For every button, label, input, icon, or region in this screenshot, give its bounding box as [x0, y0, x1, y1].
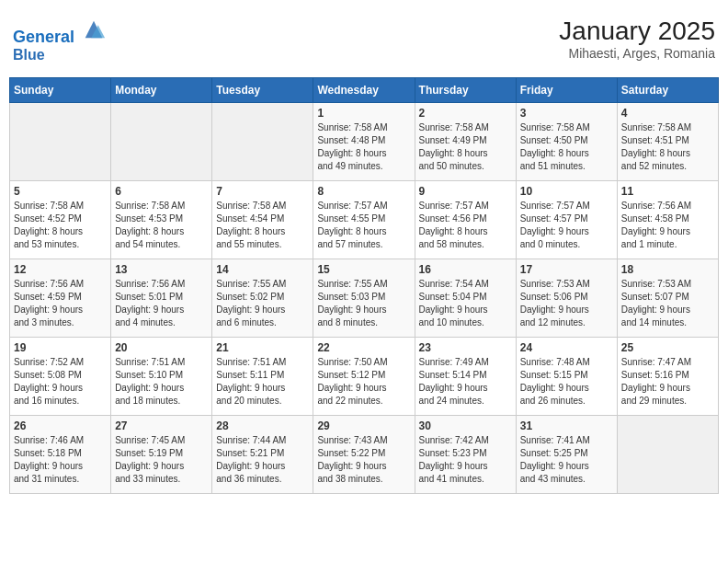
day-cell: 14Sunrise: 7:55 AM Sunset: 5:02 PM Dayli… — [212, 259, 313, 338]
day-cell: 19Sunrise: 7:52 AM Sunset: 5:08 PM Dayli… — [10, 338, 111, 416]
day-info: Sunrise: 7:41 AM Sunset: 5:25 PM Dayligh… — [520, 434, 613, 486]
day-info: Sunrise: 7:44 AM Sunset: 5:21 PM Dayligh… — [216, 434, 309, 486]
day-number: 27 — [115, 419, 208, 432]
day-number: 10 — [520, 185, 613, 198]
logo-icon — [81, 17, 107, 42]
logo-blue: Blue — [13, 47, 107, 63]
day-cell: 3Sunrise: 7:58 AM Sunset: 4:50 PM Daylig… — [516, 103, 617, 181]
day-info: Sunrise: 7:56 AM Sunset: 4:59 PM Dayligh… — [14, 278, 107, 329]
day-info: Sunrise: 7:53 AM Sunset: 5:06 PM Dayligh… — [520, 278, 613, 329]
day-number: 19 — [14, 341, 107, 354]
day-info: Sunrise: 7:54 AM Sunset: 5:04 PM Dayligh… — [419, 278, 512, 329]
page-header: General Blue January 2025 Mihaesti, Arge… — [9, 9, 719, 70]
day-cell: 16Sunrise: 7:54 AM Sunset: 5:04 PM Dayli… — [415, 259, 516, 338]
day-info: Sunrise: 7:56 AM Sunset: 5:01 PM Dayligh… — [115, 278, 208, 329]
day-cell: 30Sunrise: 7:42 AM Sunset: 5:23 PM Dayli… — [415, 416, 516, 494]
day-info: Sunrise: 7:42 AM Sunset: 5:23 PM Dayligh… — [419, 434, 512, 486]
day-number: 25 — [621, 341, 714, 354]
day-cell: 13Sunrise: 7:56 AM Sunset: 5:01 PM Dayli… — [111, 259, 212, 338]
day-info: Sunrise: 7:52 AM Sunset: 5:08 PM Dayligh… — [14, 356, 107, 408]
weekday-header-friday: Friday — [516, 78, 617, 103]
day-cell — [212, 103, 313, 181]
day-cell: 9Sunrise: 7:57 AM Sunset: 4:56 PM Daylig… — [415, 181, 516, 259]
day-number: 18 — [621, 263, 714, 276]
day-info: Sunrise: 7:58 AM Sunset: 4:48 PM Dayligh… — [317, 121, 410, 173]
day-info: Sunrise: 7:48 AM Sunset: 5:15 PM Dayligh… — [520, 356, 613, 408]
day-cell: 11Sunrise: 7:56 AM Sunset: 4:58 PM Dayli… — [617, 181, 718, 259]
day-info: Sunrise: 7:46 AM Sunset: 5:18 PM Dayligh… — [14, 434, 107, 486]
day-number: 28 — [216, 419, 309, 432]
logo-general: General — [13, 28, 74, 46]
day-number: 29 — [317, 419, 410, 432]
day-number: 31 — [520, 419, 613, 432]
day-info: Sunrise: 7:58 AM Sunset: 4:51 PM Dayligh… — [621, 121, 714, 173]
day-number: 15 — [317, 263, 410, 276]
day-info: Sunrise: 7:57 AM Sunset: 4:55 PM Dayligh… — [317, 200, 410, 251]
day-number: 13 — [115, 263, 208, 276]
day-number: 4 — [621, 107, 714, 120]
day-info: Sunrise: 7:50 AM Sunset: 5:12 PM Dayligh… — [317, 356, 410, 408]
day-info: Sunrise: 7:55 AM Sunset: 5:02 PM Dayligh… — [216, 278, 309, 329]
week-row-4: 19Sunrise: 7:52 AM Sunset: 5:08 PM Dayli… — [10, 338, 719, 416]
day-cell: 8Sunrise: 7:57 AM Sunset: 4:55 PM Daylig… — [313, 181, 415, 259]
day-info: Sunrise: 7:58 AM Sunset: 4:50 PM Dayligh… — [520, 121, 613, 173]
day-cell — [617, 416, 718, 494]
logo: General Blue — [13, 17, 107, 63]
day-cell: 10Sunrise: 7:57 AM Sunset: 4:57 PM Dayli… — [516, 181, 617, 259]
day-info: Sunrise: 7:55 AM Sunset: 5:03 PM Dayligh… — [317, 278, 410, 329]
location-subtitle: Mihaesti, Arges, Romania — [559, 46, 715, 61]
day-number: 14 — [216, 263, 309, 276]
day-cell — [10, 103, 111, 181]
day-cell: 29Sunrise: 7:43 AM Sunset: 5:22 PM Dayli… — [313, 416, 415, 494]
day-cell: 18Sunrise: 7:53 AM Sunset: 5:07 PM Dayli… — [617, 259, 718, 338]
day-number: 12 — [14, 263, 107, 276]
day-cell: 4Sunrise: 7:58 AM Sunset: 4:51 PM Daylig… — [617, 103, 718, 181]
day-number: 8 — [317, 185, 410, 198]
day-number: 3 — [520, 107, 613, 120]
day-cell: 6Sunrise: 7:58 AM Sunset: 4:53 PM Daylig… — [111, 181, 212, 259]
day-number: 26 — [14, 419, 107, 432]
week-row-5: 26Sunrise: 7:46 AM Sunset: 5:18 PM Dayli… — [10, 416, 719, 494]
day-cell: 25Sunrise: 7:47 AM Sunset: 5:16 PM Dayli… — [617, 338, 718, 416]
day-cell: 27Sunrise: 7:45 AM Sunset: 5:19 PM Dayli… — [111, 416, 212, 494]
day-info: Sunrise: 7:57 AM Sunset: 4:57 PM Dayligh… — [520, 200, 613, 251]
day-number: 9 — [419, 185, 512, 198]
weekday-header-thursday: Thursday — [415, 78, 516, 103]
day-number: 6 — [115, 185, 208, 198]
day-number: 5 — [14, 185, 107, 198]
day-info: Sunrise: 7:45 AM Sunset: 5:19 PM Dayligh… — [115, 434, 208, 486]
day-info: Sunrise: 7:49 AM Sunset: 5:14 PM Dayligh… — [419, 356, 512, 408]
day-number: 24 — [520, 341, 613, 354]
day-cell: 7Sunrise: 7:58 AM Sunset: 4:54 PM Daylig… — [212, 181, 313, 259]
day-cell: 31Sunrise: 7:41 AM Sunset: 5:25 PM Dayli… — [516, 416, 617, 494]
weekday-header-monday: Monday — [111, 78, 212, 103]
day-cell: 1Sunrise: 7:58 AM Sunset: 4:48 PM Daylig… — [313, 103, 415, 181]
day-number: 23 — [419, 341, 512, 354]
day-cell: 12Sunrise: 7:56 AM Sunset: 4:59 PM Dayli… — [10, 259, 111, 338]
day-cell: 5Sunrise: 7:58 AM Sunset: 4:52 PM Daylig… — [10, 181, 111, 259]
day-number: 17 — [520, 263, 613, 276]
day-info: Sunrise: 7:53 AM Sunset: 5:07 PM Dayligh… — [621, 278, 714, 329]
day-cell: 26Sunrise: 7:46 AM Sunset: 5:18 PM Dayli… — [10, 416, 111, 494]
week-row-2: 5Sunrise: 7:58 AM Sunset: 4:52 PM Daylig… — [10, 181, 719, 259]
day-info: Sunrise: 7:43 AM Sunset: 5:22 PM Dayligh… — [317, 434, 410, 486]
day-number: 22 — [317, 341, 410, 354]
day-cell: 21Sunrise: 7:51 AM Sunset: 5:11 PM Dayli… — [212, 338, 313, 416]
day-number: 7 — [216, 185, 309, 198]
day-cell: 2Sunrise: 7:58 AM Sunset: 4:49 PM Daylig… — [415, 103, 516, 181]
calendar-table: SundayMondayTuesdayWednesdayThursdayFrid… — [9, 77, 719, 494]
day-info: Sunrise: 7:51 AM Sunset: 5:11 PM Dayligh… — [216, 356, 309, 408]
day-info: Sunrise: 7:58 AM Sunset: 4:49 PM Dayligh… — [419, 121, 512, 173]
day-number: 2 — [419, 107, 512, 120]
calendar-body: 1Sunrise: 7:58 AM Sunset: 4:48 PM Daylig… — [10, 103, 719, 494]
weekday-header-sunday: Sunday — [10, 78, 111, 103]
day-cell: 15Sunrise: 7:55 AM Sunset: 5:03 PM Dayli… — [313, 259, 415, 338]
weekday-header-tuesday: Tuesday — [212, 78, 313, 103]
day-cell: 20Sunrise: 7:51 AM Sunset: 5:10 PM Dayli… — [111, 338, 212, 416]
weekday-header-wednesday: Wednesday — [313, 78, 415, 103]
day-info: Sunrise: 7:51 AM Sunset: 5:10 PM Dayligh… — [115, 356, 208, 408]
week-row-3: 12Sunrise: 7:56 AM Sunset: 4:59 PM Dayli… — [10, 259, 719, 338]
day-number: 16 — [419, 263, 512, 276]
day-number: 20 — [115, 341, 208, 354]
day-info: Sunrise: 7:56 AM Sunset: 4:58 PM Dayligh… — [621, 200, 714, 251]
